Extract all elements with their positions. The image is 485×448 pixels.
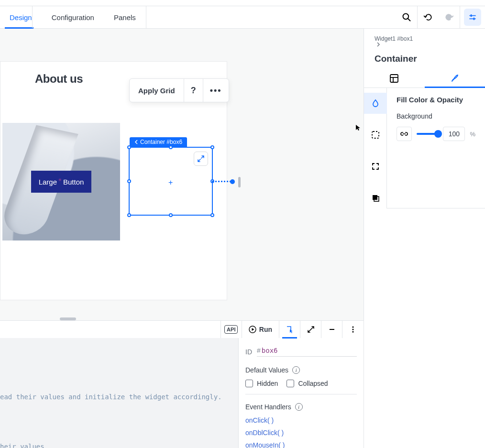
- magnifier-icon: [402, 12, 411, 22]
- element-properties: ID #box6 Default Values i Hidden Collaps…: [238, 338, 364, 448]
- svg-line-1: [408, 19, 410, 21]
- corners-category[interactable]: [364, 156, 387, 177]
- tab-configuration[interactable]: Configuration: [42, 6, 104, 28]
- code-line: heir values.: [0, 440, 238, 448]
- top-bar: Design Configuration Panels: [0, 6, 485, 29]
- required-star-icon: ✶: [58, 178, 62, 182]
- tab-panels[interactable]: Panels: [104, 6, 146, 28]
- svg-rect-5: [474, 18, 475, 20]
- layout-icon: [389, 74, 399, 83]
- expand-icon: [307, 326, 315, 333]
- resize-handle-tl[interactable]: [127, 145, 131, 149]
- expand-handle[interactable]: [194, 152, 208, 166]
- minimize-panel-button[interactable]: [321, 321, 342, 338]
- play-icon: [249, 326, 256, 333]
- large-button-label-left: Large: [39, 178, 57, 186]
- default-values-heading: Default Values i: [245, 366, 357, 374]
- snap-target: [238, 177, 241, 187]
- droplet-icon: [371, 99, 380, 108]
- border-category[interactable]: [364, 124, 387, 145]
- hidden-checkbox[interactable]: Hidden: [245, 380, 278, 387]
- panel-menu-button[interactable]: [342, 321, 364, 338]
- svg-rect-6: [390, 75, 398, 82]
- event-onmousein[interactable]: onMouseIn( ): [245, 441, 357, 448]
- fill-category[interactable]: [364, 93, 387, 114]
- spacing-guide: [212, 181, 231, 182]
- slider-thumb[interactable]: [434, 130, 442, 138]
- resize-handle-bl[interactable]: [127, 213, 131, 217]
- event-handlers-heading: Event Handlers i: [245, 403, 357, 411]
- inspector-panel: Widget1 #box1 Container Fill Color: [364, 29, 485, 448]
- undo-button[interactable]: [418, 6, 439, 29]
- resize-handle-tc[interactable]: [169, 145, 173, 149]
- resize-handle-tr[interactable]: [210, 145, 214, 149]
- redo-button[interactable]: [439, 6, 460, 29]
- style-category-strip: [364, 88, 387, 208]
- event-onclick[interactable]: onClick( ): [245, 416, 357, 424]
- link-icon: [400, 131, 408, 136]
- code-line: ead their values and initialize the widg…: [0, 391, 238, 403]
- collapsed-checkbox[interactable]: Collapsed: [287, 380, 328, 387]
- opacity-slider[interactable]: [417, 133, 438, 135]
- sliders-icon: [468, 12, 477, 22]
- selection-label-text: Container #box6: [140, 139, 182, 145]
- run-button[interactable]: Run: [242, 321, 279, 338]
- resize-handle-ml[interactable]: [127, 179, 131, 183]
- brush-icon: [450, 74, 460, 83]
- id-input[interactable]: #box6: [257, 347, 357, 357]
- bottom-panel: API Run ead their values and initialize …: [0, 320, 364, 448]
- opacity-input[interactable]: 100: [443, 127, 465, 141]
- mouse-cursor-icon: [355, 124, 362, 131]
- more-actions-button[interactable]: •••: [203, 79, 229, 102]
- panel-section-title: Fill Color & Opacity: [397, 96, 475, 104]
- canvas[interactable]: About us Large ✶ Button Container #box6 …: [0, 29, 364, 320]
- fill-panel: Fill Color & Opacity Background 100 %: [387, 88, 485, 208]
- select-mode-button[interactable]: [279, 321, 300, 338]
- page-heading: About us: [35, 72, 83, 86]
- selected-container[interactable]: Container #box6 +: [129, 147, 213, 216]
- tab-design[interactable]: Design: [0, 6, 42, 28]
- inspect-icon: [286, 325, 294, 334]
- id-prefix: #: [257, 347, 261, 354]
- chevron-left-icon: [134, 140, 138, 144]
- bottom-toolbar: API Run: [220, 321, 364, 338]
- expand-panel-button[interactable]: [300, 321, 321, 338]
- link-values-toggle[interactable]: [397, 127, 412, 141]
- shadow-icon: [371, 194, 380, 202]
- background-label: Background: [397, 112, 475, 120]
- image-block[interactable]: Large ✶ Button: [2, 123, 120, 240]
- apply-grid-button[interactable]: Apply Grid: [130, 79, 184, 102]
- info-icon[interactable]: i: [292, 366, 300, 374]
- event-ondblclick[interactable]: onDblClick( ): [245, 429, 357, 437]
- svg-rect-10: [373, 195, 377, 200]
- zoom-button[interactable]: [396, 6, 417, 29]
- help-button[interactable]: ?: [184, 79, 203, 102]
- corners-icon: [371, 162, 380, 171]
- resize-handle-br[interactable]: [210, 213, 214, 217]
- api-button[interactable]: API: [221, 321, 242, 338]
- inspector-title: Container: [364, 47, 485, 69]
- chevron-right-icon: [376, 42, 380, 47]
- top-tabs: Design Configuration Panels: [0, 6, 146, 28]
- svg-rect-9: [372, 131, 379, 138]
- code-editor[interactable]: ead their values and initialize the widg…: [0, 338, 238, 448]
- selection-label[interactable]: Container #box6: [130, 137, 187, 147]
- toggle-panel-button[interactable]: [464, 9, 481, 26]
- layout-tab[interactable]: [364, 69, 425, 87]
- breadcrumb[interactable]: Widget1 #box1: [364, 29, 485, 47]
- id-label: ID: [245, 348, 252, 356]
- info-icon[interactable]: i: [295, 403, 303, 411]
- svg-point-16: [352, 328, 353, 330]
- selection-toolbar: Apply Grid ? •••: [129, 78, 229, 102]
- resize-handle-bc[interactable]: [169, 213, 173, 217]
- id-value: box6: [262, 347, 278, 354]
- add-element-button[interactable]: +: [168, 178, 173, 187]
- shadow-category[interactable]: [364, 187, 387, 208]
- dashed-box-icon: [371, 131, 380, 139]
- redo-icon: [444, 12, 454, 22]
- large-button[interactable]: Large ✶ Button: [31, 171, 91, 193]
- design-tab[interactable]: [425, 69, 485, 87]
- kebab-icon: [349, 326, 357, 333]
- svg-rect-4: [471, 14, 472, 17]
- svg-point-17: [352, 331, 353, 332]
